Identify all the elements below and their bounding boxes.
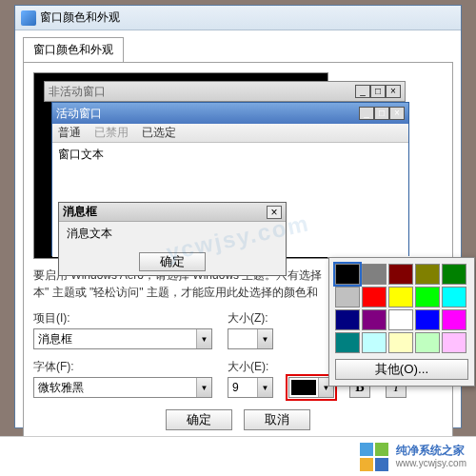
preview-inactive-window: 非活动窗口 _ □ × bbox=[44, 81, 406, 102]
chevron-down-icon: ▼ bbox=[257, 378, 272, 397]
fontsize-value: 9 bbox=[232, 381, 239, 394]
chevron-down-icon: ▼ bbox=[257, 329, 272, 348]
color-swatch-current bbox=[291, 380, 316, 395]
preview-client-area: 窗口文本 消息框 × 消息文本 确定 bbox=[52, 143, 408, 257]
palette-swatch[interactable] bbox=[442, 287, 466, 307]
font-value: 微软雅黑 bbox=[38, 380, 84, 396]
item-dropdown[interactable]: 消息框 ▼ bbox=[33, 328, 212, 349]
palette-swatch[interactable] bbox=[335, 309, 360, 330]
preview-area: 非活动窗口 _ □ × 活动窗口 _ □ × 普通 bbox=[33, 72, 328, 259]
palette-swatch[interactable] bbox=[388, 287, 413, 307]
minimize-icon: _ bbox=[355, 85, 370, 98]
item-label: 项目(I): bbox=[33, 310, 212, 327]
palette-swatch[interactable] bbox=[442, 264, 466, 285]
inactive-title-text: 非活动窗口 bbox=[49, 84, 355, 100]
dialog-icon bbox=[21, 10, 36, 26]
close-icon: × bbox=[386, 85, 401, 98]
maximize-icon: □ bbox=[374, 107, 389, 120]
palette-swatch[interactable] bbox=[388, 332, 413, 353]
palette-grid bbox=[335, 264, 468, 353]
palette-swatch[interactable] bbox=[388, 264, 413, 285]
msgbox-body: 消息文本 确定 bbox=[59, 222, 286, 275]
palette-swatch[interactable] bbox=[362, 309, 387, 330]
fontsize-dropdown[interactable]: 9 ▼ bbox=[228, 377, 273, 398]
palette-swatch[interactable] bbox=[362, 264, 387, 285]
msgbox-ok-button: 确定 bbox=[139, 252, 206, 271]
palette-swatch[interactable] bbox=[442, 309, 466, 330]
palette-swatch[interactable] bbox=[415, 264, 440, 285]
window-controls: _ □ × bbox=[355, 85, 401, 98]
msgbox-title: 消息框 bbox=[63, 204, 267, 220]
palette-swatch[interactable] bbox=[415, 287, 440, 307]
menu-selected: 已选定 bbox=[142, 125, 176, 141]
palette-swatch[interactable] bbox=[388, 309, 413, 330]
dialog-title: 窗口颜色和外观 bbox=[40, 10, 461, 26]
close-icon: × bbox=[389, 107, 405, 120]
palette-swatch[interactable] bbox=[335, 287, 360, 307]
tab-strip: 窗口颜色和外观 bbox=[15, 30, 461, 62]
active-title-text: 活动窗口 bbox=[56, 106, 359, 122]
preview-active-window: 活动窗口 _ □ × 普通 已禁用 已选定 窗口文本 消 bbox=[51, 102, 409, 256]
brand-url: www.ycwjsy.com bbox=[396, 458, 466, 468]
palette-swatch[interactable] bbox=[415, 309, 440, 330]
palette-swatch[interactable] bbox=[362, 332, 387, 353]
font-color-dropdown[interactable]: ▼ bbox=[288, 377, 334, 398]
footer-brand: 纯净系统之家 www.ycwjsy.com bbox=[0, 436, 476, 476]
menu-disabled: 已禁用 bbox=[94, 125, 129, 141]
chevron-down-icon: ▼ bbox=[196, 378, 211, 397]
active-titlebar: 活动窗口 _ □ × bbox=[52, 103, 408, 124]
ok-button[interactable]: 确定 bbox=[166, 409, 232, 430]
msgbox-text: 消息文本 bbox=[67, 227, 112, 240]
cancel-button[interactable]: 取消 bbox=[244, 409, 310, 430]
other-colors-button[interactable]: 其他(O)... bbox=[335, 359, 468, 380]
color-appearance-dialog: 窗口颜色和外观 窗口颜色和外观 非活动窗口 _ □ × 活动窗口 _ □ bbox=[14, 5, 462, 428]
font-dropdown[interactable]: 微软雅黑 ▼ bbox=[33, 377, 212, 398]
palette-swatch[interactable] bbox=[335, 332, 360, 353]
window-controls: _ □ × bbox=[359, 107, 405, 120]
window-text: 窗口文本 bbox=[58, 148, 104, 161]
close-icon: × bbox=[267, 206, 282, 219]
item-value: 消息框 bbox=[38, 331, 72, 347]
font-label: 字体(F): bbox=[33, 359, 212, 375]
size-label: 大小(Z): bbox=[228, 310, 273, 327]
palette-swatch[interactable] bbox=[362, 287, 387, 307]
fontsize-label: 大小(E): bbox=[228, 359, 273, 375]
chevron-down-icon: ▼ bbox=[196, 329, 211, 348]
minimize-icon: _ bbox=[359, 107, 374, 120]
tab-color-appearance[interactable]: 窗口颜色和外观 bbox=[23, 37, 124, 63]
palette-swatch[interactable] bbox=[335, 264, 360, 285]
dialog-titlebar[interactable]: 窗口颜色和外观 bbox=[15, 6, 461, 30]
size-dropdown[interactable]: ▼ bbox=[228, 328, 273, 349]
menu-normal: 普通 bbox=[58, 125, 81, 141]
maximize-icon: □ bbox=[370, 85, 386, 98]
preview-message-box: 消息框 × 消息文本 确定 bbox=[58, 202, 287, 276]
brand-name: 纯净系统之家 bbox=[396, 445, 466, 457]
brand-logo-icon bbox=[360, 443, 388, 471]
palette-swatch[interactable] bbox=[415, 332, 440, 353]
palette-swatch[interactable] bbox=[442, 332, 466, 353]
preview-menu-bar: 普通 已禁用 已选定 bbox=[52, 124, 408, 143]
msgbox-titlebar: 消息框 × bbox=[59, 203, 286, 222]
color-palette-popup: 其他(O)... bbox=[328, 257, 475, 387]
tab-panel: 非活动窗口 _ □ × 活动窗口 _ □ × 普通 bbox=[23, 62, 453, 443]
